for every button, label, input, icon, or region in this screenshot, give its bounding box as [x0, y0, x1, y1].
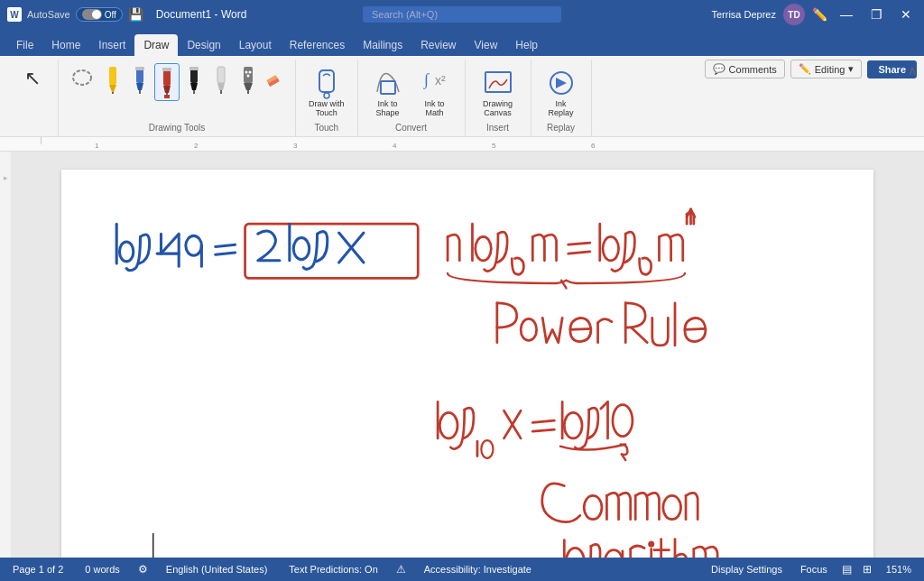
canvas-icon — [482, 67, 514, 99]
white-pen-button[interactable] — [208, 63, 234, 96]
select-pointer-button[interactable]: ↖ — [14, 63, 51, 94]
svg-point-66 — [613, 405, 633, 437]
svg-rect-7 — [135, 67, 144, 70]
insert-group: DrawingCanvas Insert — [466, 60, 531, 136]
svg-text:5: 5 — [492, 142, 496, 150]
save-icon[interactable]: 💾 — [128, 7, 143, 22]
eraser-button[interactable] — [263, 63, 288, 88]
svg-text:4: 4 — [393, 142, 397, 150]
page-info[interactable]: Page 1 of 2 — [9, 562, 67, 576]
view-icon-1[interactable]: ▤ — [842, 563, 852, 576]
ruler: 1 2 3 4 5 6 — [0, 137, 924, 152]
pen-icon[interactable]: ✏️ — [812, 7, 827, 22]
tab-help[interactable]: Help — [506, 34, 547, 56]
insert-label: Insert — [486, 123, 509, 136]
svg-marker-2 — [109, 85, 116, 92]
close-button[interactable]: ✕ — [895, 7, 917, 22]
autosave-toggle[interactable]: Off — [76, 7, 123, 22]
comment-icon: 💬 — [713, 63, 725, 75]
yellow-highlighter-button[interactable] — [100, 63, 125, 96]
ink-to-math-button[interactable]: ∫ x² Ink toMath — [412, 63, 457, 121]
svg-line-62 — [504, 410, 522, 438]
tab-layout[interactable]: Layout — [230, 34, 281, 56]
touch-label: Touch — [314, 123, 338, 136]
tab-draw[interactable]: Draw — [134, 34, 178, 56]
lasso-button[interactable] — [66, 63, 98, 92]
svg-marker-18 — [217, 83, 225, 90]
tab-review[interactable]: Review — [411, 34, 465, 56]
main-area: ▸ — [0, 152, 924, 558]
dotted-pen-button[interactable] — [236, 63, 261, 96]
status-bar: Page 1 of 2 0 words ⚙ English (United St… — [0, 558, 924, 581]
drawing-tools-label: Drawing Tools — [149, 123, 206, 136]
red-pen-button[interactable] — [154, 63, 180, 101]
tab-view[interactable]: View — [466, 34, 507, 56]
autosave-label: AutoSave — [27, 9, 70, 20]
accessibility[interactable]: Accessibility: Investigate — [420, 562, 535, 576]
zoom-level[interactable]: 151% — [882, 562, 915, 576]
svg-line-50 — [339, 233, 364, 263]
draw-touch-button[interactable]: Draw withTouch — [303, 63, 350, 121]
title-bar: W AutoSave Off 💾 Document1 - Word Terris… — [0, 0, 924, 29]
ink-shape-icon — [374, 67, 402, 99]
svg-point-51 — [476, 236, 492, 260]
svg-point-69 — [567, 548, 585, 558]
tab-insert[interactable]: Insert — [89, 34, 134, 56]
svg-point-0 — [73, 70, 91, 85]
svg-rect-11 — [162, 68, 171, 71]
blue-pen-button[interactable] — [127, 63, 152, 96]
minimize-button[interactable]: — — [835, 7, 858, 22]
tab-references[interactable]: References — [281, 34, 354, 56]
svg-point-68 — [663, 495, 681, 519]
ribbon-collapse-button[interactable]: ∧ — [908, 63, 917, 78]
svg-point-72 — [650, 542, 653, 546]
svg-line-61 — [504, 410, 522, 438]
document-page[interactable] — [61, 170, 873, 558]
svg-point-59 — [439, 412, 457, 438]
word-count[interactable]: 0 words — [81, 562, 124, 576]
svg-line-45 — [216, 244, 236, 246]
select-group: ↖ — [7, 60, 59, 136]
doc-title: Document1 - Word — [156, 8, 246, 21]
eraser-icon — [264, 65, 286, 87]
restore-button[interactable]: ❐ — [865, 7, 888, 22]
macro-icon[interactable]: ⚙ — [138, 563, 148, 576]
text-predictions[interactable]: Text Predictions: On — [285, 562, 381, 576]
tab-file[interactable]: File — [7, 34, 42, 56]
user-name: Terrisa Deprez — [711, 9, 776, 20]
language[interactable]: English (United States) — [162, 562, 272, 576]
ribbon: ↖ — [0, 56, 924, 137]
svg-point-70 — [605, 550, 623, 558]
svg-point-48 — [293, 238, 310, 260]
tab-mailings[interactable]: Mailings — [354, 34, 411, 56]
avatar[interactable]: TD — [783, 4, 805, 25]
svg-text:3: 3 — [293, 142, 298, 150]
replay-group: InkReplay Replay — [531, 60, 592, 136]
search-input[interactable] — [363, 6, 561, 23]
comments-button[interactable]: 💬 Comments — [705, 60, 785, 78]
ink-to-shape-button[interactable]: Ink toShape — [365, 63, 411, 121]
focus[interactable]: Focus — [797, 562, 831, 576]
tab-home[interactable]: Home — [42, 34, 89, 56]
ink-replay-button[interactable]: InkReplay — [539, 63, 584, 121]
document-area[interactable] — [11, 152, 924, 558]
svg-point-42 — [119, 242, 133, 262]
lasso-icon — [71, 67, 93, 88]
document-content — [61, 170, 873, 558]
drawing-tools-group: Drawing Tools — [59, 60, 296, 136]
left-margin: ▸ — [0, 152, 11, 558]
svg-point-25 — [247, 75, 250, 78]
drawing-canvas-button[interactable]: DrawingCanvas — [473, 63, 523, 121]
accessibility-icon: ⚠ — [396, 563, 406, 576]
chevron-down-icon: ▾ — [848, 63, 854, 75]
editing-button[interactable]: ✏️ Editing ▾ — [790, 60, 863, 78]
display-settings[interactable]: Display Settings — [707, 562, 786, 576]
svg-point-54 — [603, 236, 619, 260]
blue-pen-icon — [133, 65, 147, 94]
svg-point-60 — [481, 440, 493, 458]
black-pen-button[interactable] — [181, 63, 207, 96]
tab-design[interactable]: Design — [178, 34, 229, 56]
draw-touch-icon — [312, 67, 341, 99]
ruler-svg: 1 2 3 4 5 6 — [41, 137, 915, 152]
view-icon-2[interactable]: ⊞ — [863, 563, 872, 576]
